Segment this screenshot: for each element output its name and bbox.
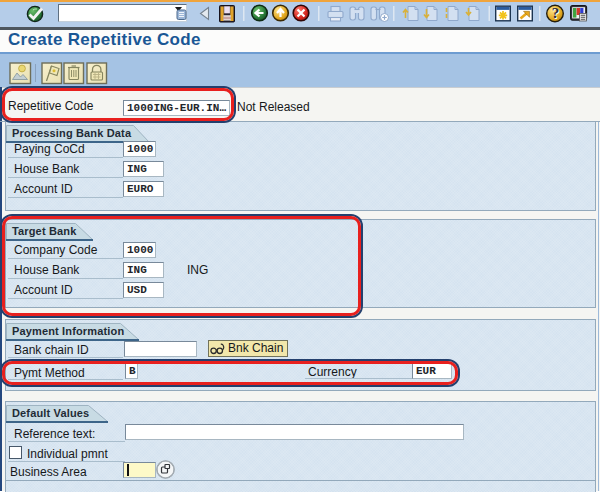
svg-text:?: ? xyxy=(552,5,560,21)
